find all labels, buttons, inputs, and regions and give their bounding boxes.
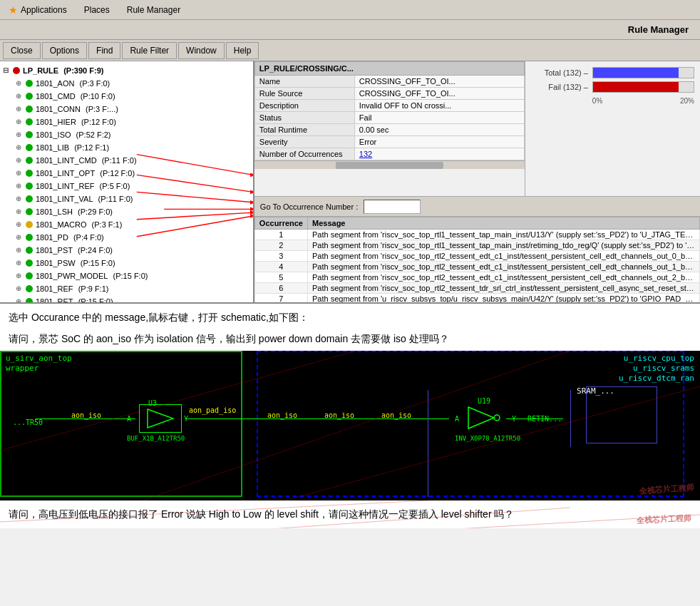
item-detail: (P:5 F:0) <box>98 180 130 192</box>
expand-icon: ⊕ <box>16 283 23 294</box>
expand-icon: ⊕ <box>16 270 23 282</box>
u19-label: U19 <box>478 397 490 405</box>
help-button[interactable]: Help <box>226 42 259 59</box>
item-detail: (P:29 F:0) <box>76 206 113 217</box>
menu-bar: ★ Applications Places Rule Manager <box>0 0 700 20</box>
window-button[interactable]: Window <box>178 42 225 59</box>
item-detail: (P:4 F:0) <box>71 232 104 243</box>
tree-item-lint-ref[interactable]: ⊕ 1801_LINT_REF (P:5 F:0) <box>0 180 253 192</box>
expand-icon: ⊕ <box>16 219 23 230</box>
table-row[interactable]: 1Path segment from 'riscv_soc_top_rtl1_t… <box>254 230 699 240</box>
occ-message: Path segment from 'riscv_soc_top_rtl1_te… <box>308 240 700 251</box>
tree-item-iso[interactable]: ⊕ 1801_ISO (P:52 F:2) <box>0 128 253 141</box>
occurrence-table-container: Occurrence Message 1Path segment from 'r… <box>254 217 700 302</box>
root-detail: (P:390 F:9) <box>61 65 103 76</box>
tree-item-lint-opt[interactable]: ⊕ 1801_LINT_OPT (P:12 F:0) <box>0 167 253 180</box>
occurrence-input[interactable] <box>364 200 421 214</box>
tool-bar: Close Options Find Rule Filter Window He… <box>0 40 700 61</box>
item-dot <box>26 170 33 177</box>
axis-20: 20% <box>680 97 694 105</box>
options-button[interactable]: Options <box>42 42 87 59</box>
tree-item-pst[interactable]: ⊕ 1801_PST (P:24 F:0) <box>0 244 253 257</box>
left-panel: ⊟ LP_RULE (P:390 F:9) ⊕ 1801_AON (P:3 F:… <box>0 61 254 302</box>
chart-area: Total (132) – Fail (132) – 0% 20% <box>525 61 700 196</box>
tree-item-lib[interactable]: ⊕ 1801_LIB (P:12 F:1) <box>0 141 253 154</box>
table-row[interactable]: 5Path segment from 'riscv_soc_top_rtl2_t… <box>254 272 699 283</box>
item-dot <box>26 195 33 202</box>
tree-item-pwr-model[interactable]: ⊕ 1801_PWR_MODEL (P:15 F:0) <box>0 269 253 282</box>
item-detail: (P:12 F:1) <box>72 142 109 153</box>
expand-icon: ⊕ <box>16 296 23 302</box>
details-table: LP_RULE/CROSSING/C... Name CROSSING_OFF_… <box>254 61 525 196</box>
item-label: 1801_PWR_MODEL <box>36 270 108 282</box>
chart-total-row: Total (132) – <box>531 67 694 78</box>
tree-item-aon[interactable]: ⊕ 1801_AON (P:3 F:0) <box>0 77 253 90</box>
item-detail: (P:12 F:0) <box>79 116 116 128</box>
tree-item-macro[interactable]: ⊕ 1801_MACRO (P:3 F:1) <box>0 218 253 231</box>
item-dot <box>26 298 33 302</box>
tree-root[interactable]: ⊟ LP_RULE (P:390 F:9) <box>0 64 253 77</box>
detail-value: CROSSING_OFF_TO_OI... <box>354 88 524 100</box>
item-dot <box>26 234 33 241</box>
tree-item-hier[interactable]: ⊕ 1801_HIER (P:12 F:0) <box>0 115 253 128</box>
item-label: 1801_REF <box>36 283 73 294</box>
table-row[interactable]: 4Path segment from 'riscv_soc_top_rtl2_t… <box>254 262 699 272</box>
chart-fail-bar <box>593 82 679 92</box>
svg-marker-12 <box>148 409 173 428</box>
detail-value: Fail <box>354 112 524 124</box>
item-label: 1801_PSW <box>36 257 76 269</box>
find-button[interactable]: Find <box>88 42 120 59</box>
aon-pad-iso: aon_pad_iso <box>189 406 236 414</box>
item-label: 1801_LINT_VAL <box>36 193 93 205</box>
chart-fail-row: Fail (132) – <box>531 81 694 93</box>
expand-icon: ⊕ <box>16 232 23 243</box>
expand-icon: ⊕ <box>16 180 23 192</box>
occ-number: 7 <box>254 294 307 303</box>
item-dot <box>26 208 33 215</box>
tree-item-ref[interactable]: ⊕ 1801_REF (P:9 F:1) <box>0 282 253 295</box>
tree-item-lsh[interactable]: ⊕ 1801_LSH (P:29 F:0) <box>0 205 253 218</box>
chart-total-bar-container <box>592 67 694 78</box>
item-dot <box>26 118 33 125</box>
rule-filter-button[interactable]: Rule Filter <box>122 42 177 59</box>
tree-item-psw[interactable]: ⊕ 1801_PSW (P:15 F:0) <box>0 257 253 269</box>
occ-message: Path segment from 'riscv_soc_top_rtl2_te… <box>308 251 700 262</box>
tree-item-cmd[interactable]: ⊕ 1801_CMD (P:10 F:0) <box>0 90 253 103</box>
tree-item-pd[interactable]: ⊕ 1801_PD (P:4 F:0) <box>0 231 253 244</box>
line-2 <box>185 418 271 419</box>
chinese-text-1-section: 选中 Occurance 中的 message,鼠标右键，打开 schemati… <box>0 304 700 329</box>
sch-label-wrapper: wrapper <box>6 364 38 373</box>
menu-places[interactable]: Places <box>81 4 113 16</box>
occ-message: Path segment from 'riscv_soc_top_rtl1_te… <box>308 230 700 240</box>
table-row[interactable]: 6Path segment from 'riscv_soc_top_rtl2_t… <box>254 283 699 294</box>
sch-label-aon: u_sirv_aon_top <box>6 354 72 363</box>
col-message-header: Message <box>308 217 700 230</box>
root-label: LP_RULE <box>23 65 58 76</box>
occurrences-link[interactable]: 132 <box>354 148 524 160</box>
tree-item-lint-cmd[interactable]: ⊕ 1801_LINT_CMD (P:11 F:0) <box>0 154 253 167</box>
menu-rule-manager[interactable]: Rule Manager <box>124 4 183 16</box>
item-label: 1801_LIB <box>36 142 69 153</box>
occ-message: Path segment from 'u_riscv_subsys_top/u_… <box>308 294 700 303</box>
close-button[interactable]: Close <box>3 42 41 59</box>
occ-number: 1 <box>254 230 307 240</box>
menu-applications[interactable]: ★ Applications <box>6 3 70 17</box>
tree-item-ret[interactable]: ⊕ 1801_RET (P:15 F:0) <box>0 295 253 302</box>
tree-item-lint-val[interactable]: ⊕ 1801_LINT_VAL (P:11 F:0) <box>0 192 253 205</box>
detail-row-desc: Description Invalid OFF to ON crossi... <box>254 100 524 112</box>
details-header: LP_RULE/CROSSING/C... <box>254 62 524 76</box>
chinese-text-2: 请问，景芯 SoC 的 aon_iso 作为 isolation 信号，输出到 … <box>9 333 449 344</box>
line-3 <box>271 418 449 419</box>
title-text: Rule Manager <box>628 24 689 35</box>
item-detail: (P:10 F:0) <box>78 91 115 102</box>
u19-box <box>463 404 506 433</box>
table-row[interactable]: 7Path segment from 'u_riscv_subsys_top/u… <box>254 294 699 303</box>
tree-item-conn[interactable]: ⊕ 1801_CONN (P:3 F:...) <box>0 103 253 115</box>
rule-tree: ⊟ LP_RULE (P:390 F:9) ⊕ 1801_AON (P:3 F:… <box>0 61 253 302</box>
detail-row-occurrences: Number of Occurrences 132 <box>254 148 524 160</box>
table-row[interactable]: 2Path segment from 'riscv_soc_top_rtl1_t… <box>254 240 699 251</box>
item-dot <box>26 106 33 113</box>
table-row[interactable]: 3Path segment from 'riscv_soc_top_rtl2_t… <box>254 251 699 262</box>
item-label: 1801_PST <box>36 245 73 256</box>
chart-fail-bar-container <box>592 81 694 93</box>
